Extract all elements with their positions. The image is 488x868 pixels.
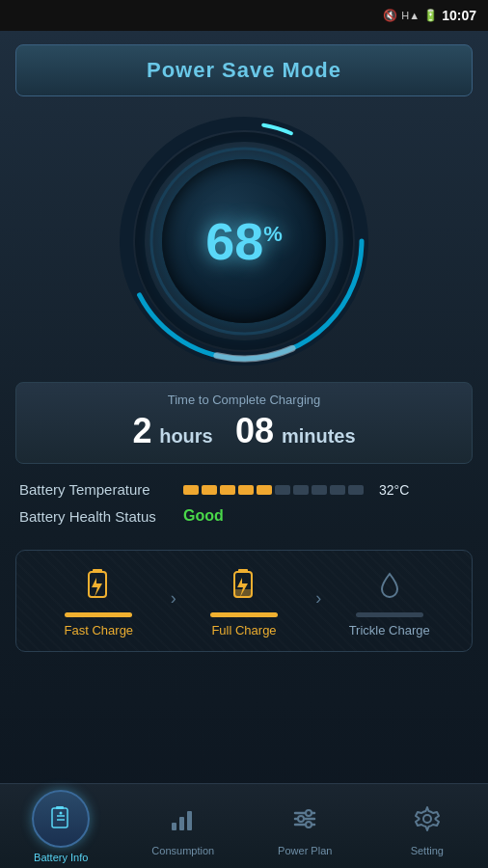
full-charge-label: Full Charge (211, 623, 276, 637)
svg-rect-12 (234, 589, 252, 597)
nav-setting-label: Setting (411, 845, 444, 856)
fast-charge-label: Fast Charge (65, 623, 134, 637)
nav-power-plan-label: Power Plan (278, 845, 332, 856)
charging-time-box: Time to Complete Charging 2 hours 08 min… (15, 382, 473, 464)
svg-rect-7 (93, 569, 102, 573)
temperature-row: Battery Temperature 32°C (19, 481, 469, 498)
full-charge-bar (210, 612, 278, 617)
power-save-button[interactable]: Power Save Mode (15, 44, 473, 96)
fast-charge-mode[interactable]: Fast Charge (26, 564, 172, 637)
minutes-number: 08 (235, 411, 274, 450)
battery-info-rows: Battery Temperature 32°C Battery Health … (15, 481, 473, 534)
fast-charge-icon (77, 564, 120, 607)
svg-point-24 (306, 810, 312, 816)
battery-status-icon: 🔋 (423, 9, 438, 22)
full-charge-mode[interactable]: Full Charge (172, 564, 317, 637)
status-time: 10:07 (442, 8, 476, 23)
svg-rect-18 (172, 823, 176, 830)
temp-segment-6 (293, 485, 309, 495)
nav-battery-info[interactable]: Battery Info (0, 784, 122, 868)
nav-power-plan[interactable]: Power Plan (244, 784, 366, 868)
charge-modes-panel: Fast Charge Full Charge T (15, 550, 473, 652)
battery-gauge: 68% (119, 116, 369, 366)
temp-segment-0 (183, 485, 199, 495)
hours-unit: hours (159, 425, 213, 447)
trickle-charge-bar (356, 612, 423, 617)
minutes-unit: minutes (282, 425, 356, 447)
main-content: Power Save Mode 68% Time to Complete Cha (0, 31, 488, 868)
power-save-label: Power Save Mode (147, 58, 341, 83)
temperature-label: Battery Temperature (19, 481, 174, 498)
signal-icon: H▲ (401, 10, 420, 21)
battery-percentage-display: 68% (162, 159, 326, 323)
setting-icon (405, 797, 449, 841)
bottom-navigation: Battery Info Consumption Power Plan (0, 783, 488, 868)
battery-percent-value: 68% (205, 215, 283, 267)
percent-sign: % (263, 222, 283, 246)
temperature-value: 32°C (379, 482, 409, 498)
temp-segment-1 (202, 485, 217, 495)
nav-consumption-label: Consumption (151, 845, 214, 856)
mute-icon: 🔇 (383, 9, 397, 22)
health-label: Battery Health Status (19, 508, 174, 525)
full-charge-icon (223, 564, 265, 607)
charging-time-label: Time to Complete Charging (32, 393, 456, 407)
temperature-bar (183, 485, 364, 495)
svg-point-26 (306, 822, 312, 827)
nav-setting[interactable]: Setting (366, 784, 489, 868)
svg-point-27 (423, 815, 431, 823)
nav-consumption[interactable]: Consumption (122, 784, 245, 868)
health-value: Good (183, 507, 224, 525)
consumption-icon (161, 797, 205, 841)
percent-number: 68 (205, 212, 263, 270)
status-icons: 🔇 H▲ 🔋 10:07 (383, 8, 476, 23)
svg-marker-8 (92, 578, 102, 597)
temp-segment-9 (348, 485, 364, 495)
charging-time-value: 2 hours 08 minutes (32, 411, 456, 451)
fast-charge-bar (65, 612, 132, 617)
svg-rect-13 (52, 808, 68, 827)
trickle-charge-label: Trickle Charge (349, 623, 430, 637)
temp-segment-4 (257, 485, 272, 495)
svg-rect-20 (187, 811, 192, 830)
temp-segment-2 (220, 485, 235, 495)
svg-rect-19 (179, 817, 184, 830)
temp-segment-5 (275, 485, 290, 495)
trickle-charge-mode[interactable]: Trickle Charge (316, 564, 462, 637)
temp-segment-3 (238, 485, 254, 495)
status-bar: 🔇 H▲ 🔋 10:07 (0, 0, 488, 31)
svg-rect-10 (238, 569, 248, 573)
battery-info-circle (32, 790, 90, 848)
health-row: Battery Health Status Good (19, 507, 469, 525)
svg-point-17 (60, 811, 63, 814)
svg-point-25 (298, 816, 304, 822)
temp-segment-8 (330, 485, 345, 495)
power-plan-icon (283, 797, 327, 841)
svg-rect-14 (56, 806, 64, 809)
hours-number: 2 (132, 411, 151, 450)
trickle-charge-icon (368, 564, 411, 607)
temp-segment-7 (312, 485, 327, 495)
nav-battery-info-label: Battery Info (34, 852, 88, 863)
